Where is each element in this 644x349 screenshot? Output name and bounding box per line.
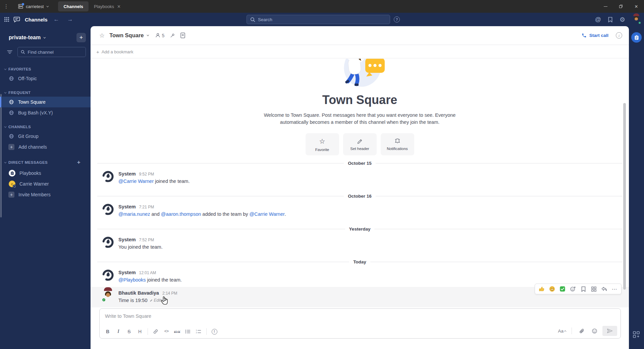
section-frequent[interactable]: FREQUENT xyxy=(0,89,91,97)
favorite-action-button[interactable]: ☆ Favorite xyxy=(306,133,339,155)
more-actions-icon[interactable]: ⋯ xyxy=(610,285,619,293)
message-sender[interactable]: System xyxy=(118,237,136,243)
code-icon[interactable]: <> xyxy=(162,327,171,336)
close-tab-icon[interactable]: ✕ xyxy=(117,4,121,9)
find-channel-input[interactable] xyxy=(28,50,83,55)
quote-icon[interactable]: ““ xyxy=(172,327,182,336)
send-button[interactable] xyxy=(602,326,617,336)
channel-intro-illustration xyxy=(91,59,629,89)
add-bookmark-button[interactable]: Add a bookmark xyxy=(102,49,133,54)
start-call-button[interactable]: Start call xyxy=(582,33,608,38)
bold-icon[interactable]: B xyxy=(103,327,112,336)
search-input[interactable] xyxy=(258,17,386,22)
strikethrough-icon[interactable]: S xyxy=(124,327,134,336)
sidebar-item-town-square[interactable]: Town Square xyxy=(0,97,91,107)
pinned-posts-icon[interactable] xyxy=(170,33,175,38)
message-sender[interactable]: System xyxy=(118,269,136,276)
message-sender[interactable]: Bhautik Bavadiya xyxy=(118,290,159,296)
members-button[interactable]: 5 xyxy=(155,33,165,38)
add-reaction-icon[interactable] xyxy=(569,285,577,293)
sidebar-item-invite-members[interactable]: + Invite Members xyxy=(0,189,91,200)
emoji-picker-icon[interactable] xyxy=(590,327,599,335)
message-priority-icon[interactable]: ! xyxy=(210,327,219,336)
notifications-action-button[interactable]: Notifications xyxy=(381,133,414,155)
italic-icon[interactable]: I xyxy=(114,327,123,336)
sidebar-item-git-group[interactable]: Git Group xyxy=(0,131,91,142)
server-menu-button[interactable]: carrietest xyxy=(13,0,53,13)
mention-link[interactable]: @Carrie Warner xyxy=(250,210,285,218)
reply-icon[interactable] xyxy=(600,285,608,293)
send-plane-icon xyxy=(607,328,613,334)
reaction-grin-icon[interactable] xyxy=(548,285,556,293)
section-favorites[interactable]: FAVORITES xyxy=(0,65,91,73)
user-avatar[interactable] xyxy=(632,15,641,24)
message-text: You joined the team. xyxy=(118,243,163,251)
find-channel-box[interactable] xyxy=(17,47,86,57)
tab-channels[interactable]: Channels xyxy=(58,1,89,11)
search-bar[interactable] xyxy=(247,15,390,24)
playbooks-appbar-icon[interactable] xyxy=(631,32,642,43)
message-actions-toolbar: ⋯ xyxy=(535,284,622,294)
globe-icon xyxy=(9,76,14,81)
numbered-list-icon[interactable]: 12 xyxy=(194,327,203,336)
heading-icon[interactable]: H xyxy=(135,327,145,336)
reaction-check-icon[interactable] xyxy=(558,285,567,293)
section-direct-messages[interactable]: DIRECT MESSAGES + xyxy=(0,157,91,168)
message-sender[interactable]: System xyxy=(118,204,136,210)
chevron-up-icon xyxy=(564,330,567,333)
reaction-thumbsup-icon[interactable] xyxy=(537,285,546,293)
history-back-icon[interactable]: ← xyxy=(52,16,61,23)
section-channels[interactable]: CHANNELS xyxy=(0,123,91,131)
user-message[interactable]: ✓ Bhautik Bavadiya 2:14 PM Time is 19:50… xyxy=(91,287,629,307)
sidebar-item-off-topic[interactable]: Off-Topic xyxy=(0,73,91,84)
apps-add-icon[interactable] xyxy=(633,331,640,338)
mention-link[interactable]: @aaron.thompson xyxy=(161,210,201,218)
channel-menu-button[interactable]: Town Square xyxy=(109,32,148,39)
close-button[interactable]: ✕ xyxy=(629,0,644,13)
attach-file-icon[interactable] xyxy=(577,327,586,335)
system-bot-avatar xyxy=(102,171,114,182)
mentions-icon[interactable]: @ xyxy=(595,16,601,23)
system-message[interactable]: System 7:21 PM @maria.nunez and @aaron.t… xyxy=(91,201,629,221)
sidebar-item-carrie-warner[interactable]: c Carrie Warner xyxy=(0,179,91,189)
app-menu-icon[interactable]: ⋮ xyxy=(0,3,13,9)
help-icon[interactable]: ? xyxy=(394,16,400,22)
system-message[interactable]: System 9:52 PM @Carrie Warner joined the… xyxy=(91,168,629,188)
tab-playbooks[interactable]: Playbooks ✕ xyxy=(89,1,126,11)
message-sender[interactable]: System xyxy=(118,171,136,177)
sidebar-item-playbooks-dm[interactable]: Playbooks xyxy=(0,168,91,179)
message-input[interactable]: Write to Town Square xyxy=(100,309,621,323)
format-toggle-button[interactable]: Aa xyxy=(558,329,567,334)
message-list[interactable]: Town Square Welcome to Town Square. Post… xyxy=(91,59,629,307)
history-forward-icon[interactable]: → xyxy=(65,16,75,23)
mention-link[interactable]: @Playbooks xyxy=(118,276,146,284)
maximize-button[interactable] xyxy=(613,0,629,13)
message-actions-grid-icon[interactable] xyxy=(589,285,598,293)
settings-gear-icon[interactable]: ⚙ xyxy=(620,16,625,23)
save-message-icon[interactable] xyxy=(579,285,588,293)
message-list-scrollbar[interactable] xyxy=(623,103,626,290)
app-bar xyxy=(629,26,644,349)
minimize-button[interactable] xyxy=(598,0,613,13)
channel-info-icon[interactable]: i xyxy=(616,32,622,39)
edited-pencil-icon xyxy=(150,299,153,302)
favorite-star-icon[interactable]: ☆ xyxy=(99,32,105,39)
sidebar-item-bug-bash[interactable]: Bug Bash (vX.Y) xyxy=(0,107,91,118)
sidebar-item-add-channels[interactable]: + Add channels xyxy=(0,142,91,152)
globe-icon xyxy=(9,134,14,139)
product-switcher-icon[interactable] xyxy=(4,17,9,22)
mention-link[interactable]: @maria.nunez xyxy=(118,210,150,218)
bhautik-avatar[interactable]: ✓ xyxy=(102,290,114,301)
system-message[interactable]: System 7:52 PM You joined the team. xyxy=(91,234,629,254)
add-channel-plus-button[interactable]: + xyxy=(76,33,86,42)
team-menu-button[interactable]: private-team xyxy=(9,35,45,41)
channel-files-icon[interactable] xyxy=(180,33,185,38)
set-header-action-button[interactable]: Set header xyxy=(343,133,377,155)
bulleted-list-icon[interactable] xyxy=(183,327,193,336)
add-direct-message-button[interactable]: + xyxy=(77,159,80,166)
channel-filter-button[interactable] xyxy=(5,47,15,57)
link-icon[interactable] xyxy=(151,327,160,336)
saved-posts-icon[interactable] xyxy=(608,17,613,22)
mention-link[interactable]: @Carrie Warner xyxy=(118,178,154,185)
message-composer[interactable]: Write to Town Square B I S H <> ““ 12 xyxy=(99,308,621,339)
